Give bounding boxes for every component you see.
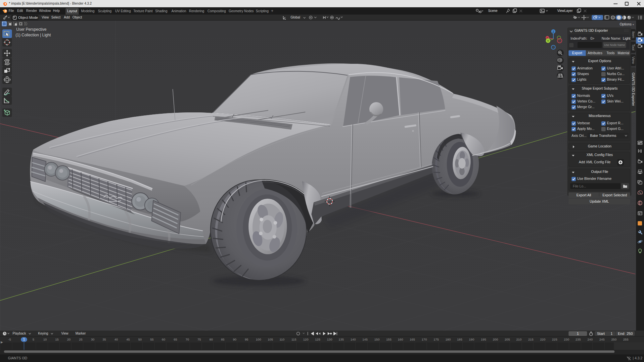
svg-text:Tool: Tool (631, 44, 635, 50)
svg-text:Item: Item (631, 31, 635, 38)
svg-text:View: View (631, 57, 635, 64)
svg-text:Z: Z (552, 30, 554, 33)
svg-text:Y: Y (547, 39, 549, 43)
svg-text:GIANTS I3D Exporter: GIANTS I3D Exporter (631, 73, 635, 106)
